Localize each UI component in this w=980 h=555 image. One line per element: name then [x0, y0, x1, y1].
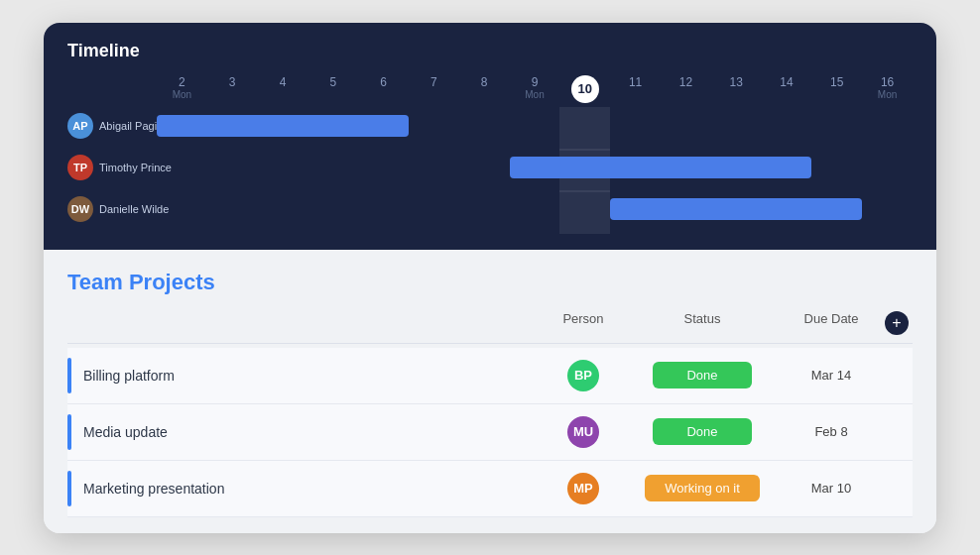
avatar: TP [67, 155, 93, 180]
timeline-header: 2Mon3456789Mon10111213141516Mon [67, 75, 913, 103]
person-info: APAbigail Pagi [67, 113, 157, 139]
day-label-4: 4 [258, 75, 308, 103]
project-status-cell: Done [623, 362, 782, 388]
day-label-5: 5 [307, 75, 358, 103]
projects-section: Team Projects Person Status Due Date + B… [44, 250, 936, 533]
project-row: Billing platformBPDoneMar 14 [67, 348, 913, 404]
day-label-9: 9Mon [510, 75, 560, 103]
project-status-cell: Done [623, 418, 782, 445]
col-headers: Person Status Due Date + [67, 311, 913, 344]
col-header-due: Due Date [782, 311, 881, 335]
project-left-bar [67, 358, 71, 393]
day-label-11: 11 [610, 75, 661, 103]
bar-container [157, 198, 913, 220]
timeline-row: DWDanielle Wilde [67, 196, 913, 222]
day-label-12: 12 [661, 75, 711, 103]
project-name: Marketing presentation [83, 481, 224, 497]
project-left-bar [67, 471, 71, 506]
project-rows: Billing platformBPDoneMar 14Media update… [67, 348, 913, 517]
day-label-2: 2Mon [157, 75, 207, 103]
add-project-button[interactable]: + [885, 311, 909, 335]
projects-header: Team Projects [67, 270, 913, 295]
bar-container [157, 157, 913, 178]
project-name: Billing platform [83, 368, 175, 384]
project-left-bar [67, 414, 71, 450]
col-header-status: Status [623, 311, 782, 335]
table-avatar: BP [567, 360, 599, 391]
project-name-cell: Marketing presentation [67, 471, 544, 506]
project-person-cell: MU [544, 416, 623, 448]
bar-container [157, 115, 913, 137]
timeline-section: Timeline 2Mon3456789Mon10111213141516Mon… [44, 23, 936, 250]
status-badge: Done [653, 362, 752, 388]
project-row: Media updateMUDoneFeb 8 [67, 404, 913, 461]
person-name: Abigail Pagi [99, 120, 157, 132]
day-label-7: 7 [409, 75, 459, 103]
timeline-row: APAbigail Pagi [67, 113, 913, 139]
due-date-cell: Mar 10 [782, 481, 881, 496]
col-header-project [79, 311, 544, 335]
col-header-add[interactable]: + [881, 311, 913, 335]
project-person-cell: MP [544, 473, 623, 504]
status-badge: Done [653, 418, 752, 445]
day-label-15: 15 [811, 75, 862, 103]
project-person-cell: BP [544, 360, 623, 391]
day-label-13: 13 [711, 75, 762, 103]
main-card: Timeline 2Mon3456789Mon10111213141516Mon… [44, 23, 936, 533]
project-name-cell: Billing platform [67, 358, 544, 393]
person-info: TPTimothy Prince [67, 155, 157, 180]
timeline-grid: 2Mon3456789Mon10111213141516Mon APAbigai… [67, 75, 913, 222]
table-avatar: MU [567, 416, 599, 448]
table-avatar: MP [567, 473, 599, 504]
avatar: DW [67, 196, 93, 222]
gantt-bar [157, 115, 409, 137]
day-label-8: 8 [459, 75, 510, 103]
timeline-rows: APAbigail PagiTPTimothy PrinceDWDanielle… [67, 113, 913, 222]
timeline-title: Timeline [67, 41, 913, 61]
day-label-10: 10 [559, 75, 610, 103]
timeline-header-empty [67, 75, 157, 103]
gantt-bar [510, 157, 812, 178]
due-date-cell: Feb 8 [782, 424, 881, 439]
avatar: AP [67, 113, 93, 139]
timeline-row: TPTimothy Prince [67, 155, 913, 180]
due-date-cell: Mar 14 [782, 368, 881, 383]
day-label-6: 6 [358, 75, 409, 103]
project-name: Media update [83, 424, 168, 440]
person-info: DWDanielle Wilde [67, 196, 157, 222]
status-badge: Working on it [645, 475, 760, 501]
project-row: Marketing presentationMPWorking on itMar… [67, 461, 913, 517]
project-status-cell: Working on it [623, 475, 782, 501]
day-label-3: 3 [207, 75, 258, 103]
project-name-cell: Media update [67, 414, 544, 450]
day-label-14: 14 [762, 75, 812, 103]
col-header-person: Person [544, 311, 623, 335]
projects-title: Team Projects [67, 270, 913, 295]
today-circle: 10 [571, 75, 599, 103]
gantt-bar [610, 198, 862, 220]
day-label-16: 16Mon [862, 75, 913, 103]
